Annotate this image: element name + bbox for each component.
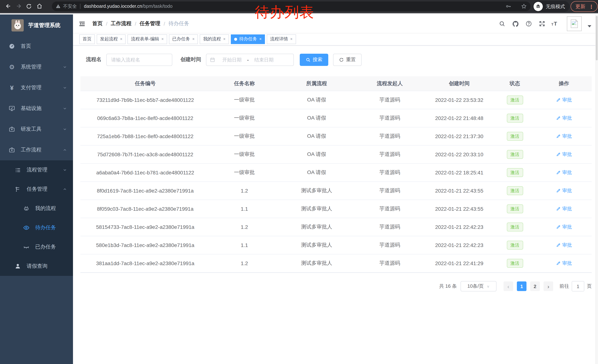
filter-bar: 流程名 创建时间 - 搜索 重置 [86, 54, 592, 65]
browser-update-button[interactable]: 更新 ⋮ [571, 1, 598, 12]
approve-button[interactable]: 审批 [556, 260, 572, 267]
approve-label: 审批 [562, 242, 572, 249]
tab-my-process[interactable]: 我的流程× [200, 34, 229, 44]
prev-page-button[interactable]: ‹ [504, 281, 513, 291]
sidebar-item-task-mgmt[interactable]: 任务管理 [0, 180, 73, 199]
close-icon[interactable]: × [290, 37, 292, 41]
address-bar[interactable]: 不安全 dashboard.yudao.iocoder.cn/bpm/task/… [52, 1, 531, 11]
sidebar-item-payment[interactable]: ¥ 支付管理 [0, 77, 73, 98]
task-starter: 芋道源码 [355, 187, 425, 194]
refresh-icon [339, 57, 344, 62]
close-icon[interactable]: × [161, 37, 164, 41]
page-button-2[interactable]: 2 [530, 281, 540, 291]
sidebar-item-home[interactable]: 首页 [0, 36, 73, 57]
sidebar-item-label: 我的流程 [35, 205, 56, 212]
table-row: 8f059c03-7ac8-11ec-a9e2-a2380e71991a 1.1… [80, 200, 592, 218]
next-page-button[interactable]: › [544, 281, 553, 291]
end-date-input[interactable] [249, 57, 278, 63]
main-area: 首页 / 工作流程 / 任务管理 / 待办任务 [73, 15, 598, 364]
goto-page-input[interactable] [572, 281, 584, 291]
task-name: 1.1 [210, 242, 279, 248]
avatar[interactable] [567, 16, 582, 31]
fullscreen-icon[interactable] [538, 20, 546, 28]
task-process: 测试多审批人 [279, 260, 355, 267]
task-id: a6aba0a4-7b6d-11ec-b781-acde48001122 [80, 170, 210, 176]
close-icon[interactable]: × [192, 37, 195, 41]
search-icon[interactable] [498, 20, 506, 28]
approve-button[interactable]: 审批 [556, 97, 572, 103]
sidebar-item-system[interactable]: ⚙ 系统管理 [0, 57, 73, 77]
breadcrumb-workflow[interactable]: 工作流程 [111, 20, 132, 27]
close-icon[interactable]: × [223, 37, 226, 41]
breadcrumb-separator: / [164, 21, 165, 27]
task-starter: 芋道源码 [355, 224, 425, 230]
browser-reload-icon[interactable] [24, 1, 34, 11]
task-time: 2022-01-22 21:48:48 [425, 115, 493, 121]
tab-label: 待办任务 [239, 36, 257, 42]
close-icon[interactable]: × [120, 37, 123, 41]
tab-form-edit[interactable]: 流程表单-编辑× [128, 34, 167, 44]
start-date-input[interactable] [217, 57, 246, 63]
browser-menu-icon[interactable]: ⋮ [589, 4, 594, 9]
font-size-icon[interactable]: TT [551, 20, 559, 28]
approve-button[interactable]: 审批 [556, 151, 572, 158]
approve-button[interactable]: 审批 [556, 242, 572, 249]
process-name-input[interactable] [106, 54, 172, 66]
sidebar-item-leave-query[interactable]: 请假查询 [0, 257, 73, 276]
tab-start-process[interactable]: 发起流程× [97, 34, 126, 44]
sidebar-item-workflow[interactable]: 工作流程 [0, 140, 73, 160]
sidebar-item-infra[interactable]: 基础设施 [0, 98, 73, 119]
date-range-picker[interactable]: - [206, 54, 294, 66]
approve-label: 审批 [562, 224, 572, 230]
github-icon[interactable] [511, 20, 519, 28]
approve-button[interactable]: 审批 [556, 187, 572, 194]
sidebar-item-my-process[interactable]: 我的流程 [0, 199, 73, 218]
table-row: 580e1b3d-7ac8-11ec-a9e2-a2380e71991a 1.1… [80, 236, 592, 254]
approve-button[interactable]: 审批 [556, 169, 572, 176]
browser-home-icon[interactable] [34, 1, 44, 11]
approve-label: 审批 [562, 97, 572, 103]
reset-button[interactable]: 重置 [333, 54, 362, 66]
password-key-icon[interactable] [505, 3, 511, 9]
flow-tree-icon [15, 186, 21, 193]
status-badge: 激活 [507, 96, 523, 105]
approve-button[interactable]: 审批 [556, 115, 572, 121]
page-button-1[interactable]: 1 [517, 281, 526, 291]
tab-todo-tasks[interactable]: 待办任务× [231, 34, 265, 44]
edit-icon [556, 97, 561, 102]
browser-forward-icon[interactable] [13, 1, 24, 11]
approve-button[interactable]: 审批 [556, 205, 572, 212]
scrollbar[interactable] [595, 15, 598, 364]
help-icon[interactable] [525, 20, 533, 28]
tab-done-tasks[interactable]: 已办任务× [169, 34, 198, 44]
tab-process-detail[interactable]: 流程详情× [267, 34, 296, 44]
breadcrumb-task-mgmt[interactable]: 任务管理 [140, 20, 160, 27]
breadcrumb-home[interactable]: 首页 [92, 20, 103, 27]
sidebar-item-done-tasks[interactable]: 已办任务 [0, 237, 73, 257]
approve-button[interactable]: 审批 [556, 224, 572, 230]
task-name: 一级审批 [210, 151, 279, 158]
sidebar-item-devtools[interactable]: 研发工具 [0, 119, 73, 140]
sidebar-fold-icon[interactable] [78, 20, 86, 28]
close-icon[interactable]: × [259, 37, 262, 41]
approve-button[interactable]: 审批 [556, 133, 572, 140]
tab-home[interactable]: 首页 [79, 34, 95, 44]
app-logo [11, 19, 24, 31]
sidebar-item-label: 工作流程 [21, 147, 42, 153]
edit-icon [556, 188, 561, 193]
page-size-select[interactable]: 10条/页 ∨ [461, 281, 497, 291]
sidebar-item-label: 任务管理 [27, 186, 47, 193]
scrollbar-thumb[interactable] [596, 16, 598, 60]
search-button[interactable]: 搜索 [300, 54, 328, 66]
header-actions: TT [498, 15, 591, 33]
address-divider [80, 4, 80, 9]
browser-back-icon[interactable] [3, 1, 13, 11]
search-icon [306, 57, 310, 62]
task-starter: 芋道源码 [355, 115, 425, 121]
bookmark-star-icon[interactable] [521, 3, 527, 9]
avatar-caret-icon[interactable] [588, 25, 591, 27]
app-header: 首页 / 工作流程 / 任务管理 / 待办任务 [73, 15, 598, 33]
url-host: dashboard.yudao.iocoder.cn [84, 4, 142, 9]
sidebar-item-process-mgmt[interactable]: 流程管理 [0, 160, 73, 180]
sidebar-item-todo-tasks[interactable]: 待办任务 [0, 218, 73, 237]
